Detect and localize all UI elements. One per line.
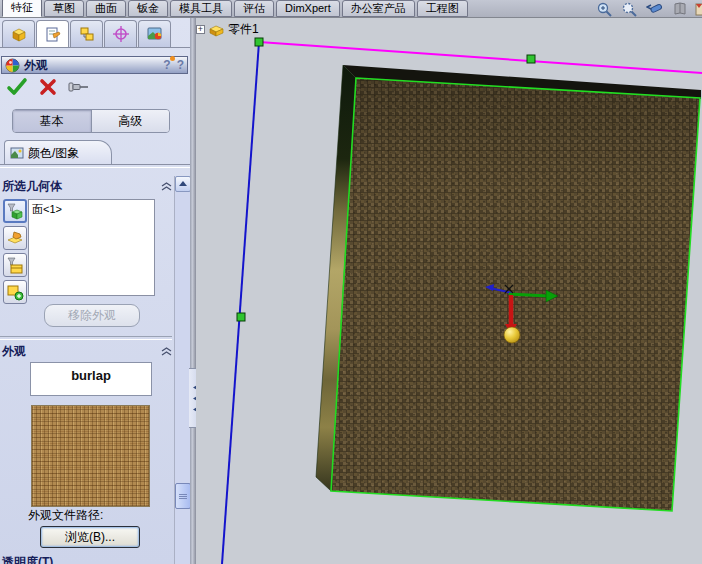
texture-name-box: burlap	[30, 362, 152, 396]
advanced-mode-button[interactable]: 高级	[92, 110, 170, 132]
feature-tree-node[interactable]: + 零件1	[196, 20, 259, 38]
collapse-chevron-icon[interactable]	[161, 347, 172, 356]
selected-geometry-list[interactable]: 面<1>	[28, 199, 155, 296]
display-manager-icon	[146, 25, 164, 43]
scrollbar-up-button[interactable]	[175, 176, 190, 192]
list-item[interactable]: 面<1>	[32, 202, 151, 217]
sketch-vertex-handle[interactable]	[255, 38, 263, 46]
property-manager-panel: 外观 ? ? 基本 高级 颜色/图象 所选几何体	[0, 18, 190, 564]
up-arrow-icon	[179, 181, 187, 187]
appearance-ball-icon	[5, 58, 20, 73]
tree-node-label[interactable]: 零件1	[228, 21, 259, 38]
property-manager-icon	[44, 25, 62, 43]
configuration-manager-icon	[78, 25, 96, 43]
zoom-in-icon[interactable]	[596, 1, 614, 17]
collapse-chevron-icon[interactable]	[161, 182, 172, 191]
filter-body-button[interactable]	[3, 253, 27, 277]
property-manager-tab[interactable]	[36, 20, 69, 47]
filter-solid-button[interactable]	[3, 199, 27, 223]
zoom-to-area-icon[interactable]	[621, 1, 639, 17]
color-image-subtab[interactable]: 颜色/图象	[4, 140, 112, 165]
flyout-help-icon[interactable]: ?	[163, 58, 170, 72]
section-divider	[0, 336, 172, 340]
help-icon[interactable]: ?	[177, 58, 184, 72]
mode-toggle: 基本 高级	[12, 109, 170, 133]
tab-office-products[interactable]: 办公室产品	[342, 0, 415, 17]
subtab-underline	[0, 164, 190, 168]
sketch-midpoint-handle[interactable]	[237, 313, 245, 321]
appearance-book-icon	[672, 1, 688, 17]
dimxpert-manager-icon	[112, 25, 130, 43]
configuration-manager-tab[interactable]	[70, 20, 103, 47]
transparency-label: 透明度(T)	[2, 554, 53, 564]
selection-filter-column	[3, 199, 27, 307]
ok-check-icon[interactable]	[6, 77, 28, 97]
display-manager-tab[interactable]	[138, 20, 171, 47]
triad-y-axis	[509, 294, 548, 296]
tab-mold-tools[interactable]: 模具工具	[170, 0, 232, 17]
tab-sketch[interactable]: 草图	[44, 0, 84, 17]
sketch-midpoint-handle[interactable]	[527, 55, 535, 63]
tab-sheet-metal[interactable]: 钣金	[128, 0, 168, 17]
selected-geometry-header[interactable]: 所选几何体	[2, 177, 172, 195]
panel-title: 外观	[24, 57, 157, 74]
add-selection-button[interactable]	[3, 280, 27, 304]
panel-title-bar: 外观 ? ?	[1, 56, 188, 74]
view-toolbar	[596, 1, 702, 17]
panel-scrollbar[interactable]	[174, 176, 190, 564]
manager-tab-strip	[0, 18, 190, 48]
tab-drawing[interactable]: 工程图	[417, 0, 468, 17]
remove-appearance-button[interactable]: 移除外观	[44, 304, 140, 327]
tab-dimxpert[interactable]: DimXpert	[276, 0, 340, 17]
add-selection-icon	[6, 283, 24, 301]
scrollbar-thumb[interactable]	[175, 483, 190, 509]
texture-file-icon	[695, 1, 702, 17]
filter-body-icon	[6, 256, 24, 274]
tab-surfaces[interactable]: 曲面	[86, 0, 126, 17]
select-face-button[interactable]	[3, 226, 27, 250]
feature-manager-icon	[10, 25, 28, 43]
tree-expand-icon[interactable]: +	[196, 25, 205, 34]
select-face-icon	[6, 229, 24, 247]
tab-evaluate[interactable]: 评估	[234, 0, 274, 17]
dimxpert-manager-tab[interactable]	[104, 20, 137, 47]
image-icon	[10, 147, 24, 159]
burlap-texture-swatch[interactable]	[31, 405, 150, 507]
file-path-label: 外观文件路径:	[28, 507, 103, 524]
solidworks-window: 特征 草图 曲面 钣金 模具工具 评估 DimXpert 办公室产品 工程图	[0, 0, 702, 564]
graphics-viewport[interactable]	[196, 18, 702, 564]
cancel-x-icon[interactable]	[38, 77, 58, 97]
feature-manager-tab[interactable]	[2, 20, 35, 47]
filter-solid-icon	[6, 202, 24, 220]
browse-button[interactable]: 浏览(B)...	[40, 526, 140, 548]
fly-through-icon[interactable]	[646, 1, 665, 17]
pushpin-icon[interactable]	[66, 77, 92, 97]
basic-mode-button[interactable]: 基本	[13, 110, 92, 132]
tab-features[interactable]: 特征	[2, 0, 42, 17]
origin-ball	[504, 327, 520, 343]
panel-actions	[4, 77, 184, 99]
appearance-section-header[interactable]: 外观	[2, 342, 172, 360]
part-icon	[208, 21, 225, 37]
